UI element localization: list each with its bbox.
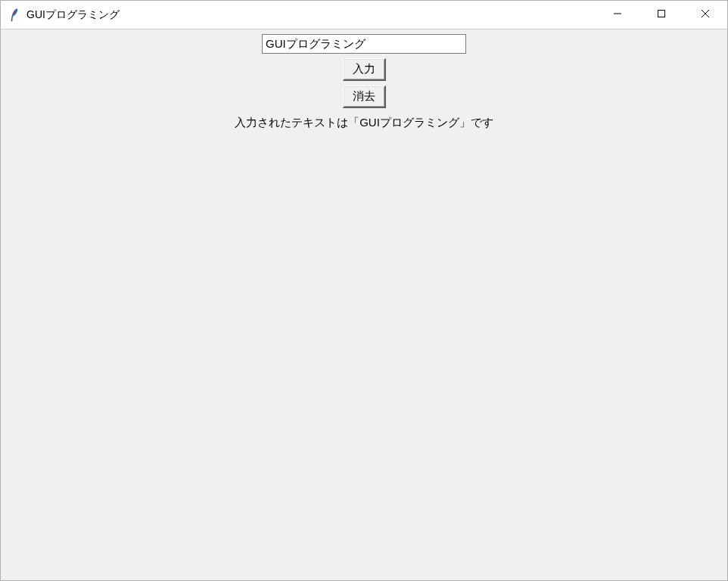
result-label: 入力されたテキストは「GUIプログラミング」です: [235, 116, 493, 130]
maximize-button[interactable]: [639, 1, 683, 29]
svg-rect-1: [658, 11, 665, 17]
app-feather-icon: [8, 8, 20, 23]
minimize-icon: [613, 9, 622, 20]
application-window: GUIプログラミング: [0, 0, 728, 581]
clear-button[interactable]: 消去: [343, 85, 386, 108]
window-controls: [596, 1, 727, 29]
input-button[interactable]: 入力: [343, 58, 386, 81]
titlebar[interactable]: GUIプログラミング: [1, 1, 727, 30]
window-title: GUIプログラミング: [26, 8, 120, 22]
text-entry[interactable]: [262, 34, 466, 54]
close-icon: [701, 9, 710, 20]
close-button[interactable]: [683, 1, 727, 29]
client-area: 入力 消去 入力されたテキストは「GUIプログラミング」です: [1, 30, 727, 580]
maximize-icon: [657, 9, 666, 20]
titlebar-left: GUIプログラミング: [8, 8, 120, 23]
minimize-button[interactable]: [596, 1, 639, 29]
